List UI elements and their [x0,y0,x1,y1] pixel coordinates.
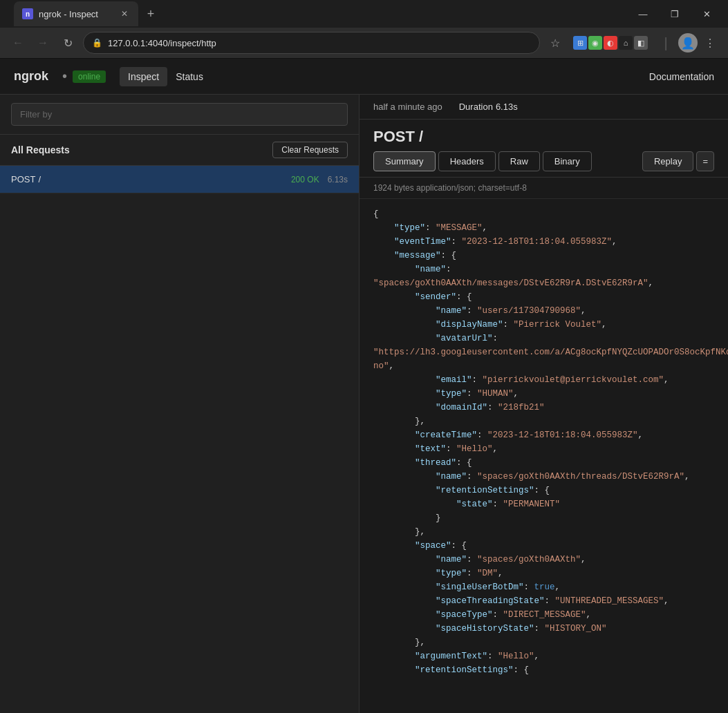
refresh-button[interactable]: ↻ [58,33,77,53]
new-tab-button[interactable]: + [141,4,160,23]
tab-raw[interactable]: Raw [498,151,540,171]
nav-status[interactable]: Status [167,67,212,86]
requests-header: All Requests Clear Requests [0,135,359,166]
filter-bar [0,95,359,135]
minimize-button[interactable]: — [627,3,659,24]
toolbar-right: ☆ ⊞ ◉ ◐ ⌂ ◧ | 👤 ⋮ [545,33,720,53]
ext-icon-5: ◧ [634,36,648,50]
json-content[interactable]: { "type": "MESSAGE", "eventTime": "2023-… [360,199,728,713]
request-path: / [38,174,41,184]
tab-favicon-icon: n [22,8,33,19]
replay-button[interactable]: Replay [642,151,693,171]
request-method: POST [11,174,35,184]
detail-duration: Duration6.13s [456,102,518,112]
tab-row: Summary Headers Raw Binary Replay = [360,146,728,178]
detail-title: POST / [360,120,728,146]
filter-input[interactable] [11,103,348,126]
nav-docs[interactable]: Documentation [649,71,714,82]
app-logo: ngrok [14,69,48,84]
dot-separator: • [62,68,67,84]
nav-inspect[interactable]: Inspect [120,67,167,86]
tab-title: ngrok - Inspect [39,9,98,19]
ext-icon-1: ⊞ [573,36,587,50]
left-panel: All Requests Clear Requests POST / 200 O… [0,95,360,713]
ext-icon-3: ◐ [604,36,617,50]
clear-requests-button[interactable]: Clear Requests [272,142,348,158]
divider: | [656,33,675,53]
back-button[interactable]: ← [8,33,28,53]
browser-chrome: n ngrok - Inspect ✕ + — ❐ ✕ ← → ↻ 🔒 127.… [0,0,728,59]
app-header: ngrok • online Inspect Status Documentat… [0,59,728,95]
ext-icon-4: ⌂ [619,36,633,50]
close-button[interactable]: ✕ [691,3,722,24]
request-status: 200 OK [291,175,319,184]
star-icon[interactable]: ☆ [545,33,565,53]
request-item[interactable]: POST / 200 OK 6.13s [0,166,359,193]
lock-icon: 🔒 [92,38,102,48]
menu-button[interactable]: ⋮ [700,33,720,53]
address-bar: ← → ↻ 🔒 127.0.0.1:4040/inspect/http ☆ ⊞ … [0,28,728,58]
url-text: 127.0.0.1:4040/inspect/http [108,38,216,48]
tab-summary[interactable]: Summary [373,151,436,171]
detail-header: half a minute ago Duration6.13s [360,95,728,120]
restore-button[interactable]: ❐ [659,3,691,24]
tab-headers[interactable]: Headers [438,151,496,171]
profile-avatar[interactable]: 👤 [678,33,698,53]
more-button[interactable]: = [696,151,714,171]
request-duration: 6.13s [328,175,348,184]
requests-title: All Requests [11,144,70,155]
url-bar[interactable]: 🔒 127.0.0.1:4040/inspect/http [83,32,540,54]
detail-time: half a minute ago [373,102,442,112]
content-type-bar: 1924 bytes application/json; charset=utf… [360,178,728,199]
status-badge: online [73,70,106,83]
tab-close-button[interactable]: ✕ [119,8,130,19]
tab-bar: n ngrok - Inspect ✕ + — ❐ ✕ [0,0,728,28]
main-content: All Requests Clear Requests POST / 200 O… [0,95,728,713]
browser-tab[interactable]: n ngrok - Inspect ✕ [14,1,138,26]
forward-button[interactable]: → [33,33,53,53]
ext-icon-2: ◉ [588,36,602,50]
right-panel: half a minute ago Duration6.13s POST / S… [360,95,728,713]
tab-binary[interactable]: Binary [543,151,592,171]
